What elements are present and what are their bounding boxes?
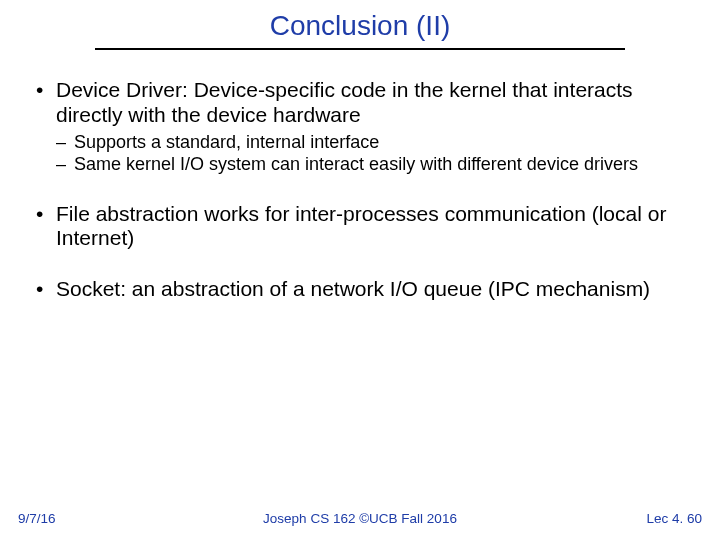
bullet-text: File abstraction works for inter-process… <box>56 202 666 250</box>
sub-bullet-text: Supports a standard, internal interface <box>74 132 379 152</box>
bullet-item: Device Driver: Device-specific code in t… <box>32 78 688 176</box>
bullet-text: Device Driver: Device-specific code in t… <box>56 78 633 126</box>
bullet-text: Socket: an abstraction of a network I/O … <box>56 277 650 300</box>
footer-date: 9/7/16 <box>18 511 56 526</box>
slide-footer: 9/7/16 Joseph CS 162 ©UCB Fall 2016 Lec … <box>0 511 720 526</box>
slide-body: Device Driver: Device-specific code in t… <box>0 50 720 302</box>
footer-center: Joseph CS 162 ©UCB Fall 2016 <box>0 511 720 526</box>
sub-bullet-item: Same kernel I/O system can interact easi… <box>56 154 682 176</box>
footer-right: Lec 4. 60 <box>646 511 702 526</box>
sub-bullet-text: Same kernel I/O system can interact easi… <box>74 154 638 174</box>
slide-title: Conclusion (II) <box>260 10 461 48</box>
bullet-item: Socket: an abstraction of a network I/O … <box>32 277 688 302</box>
bullet-item: File abstraction works for inter-process… <box>32 202 688 252</box>
sub-bullet-item: Supports a standard, internal interface <box>56 132 682 154</box>
